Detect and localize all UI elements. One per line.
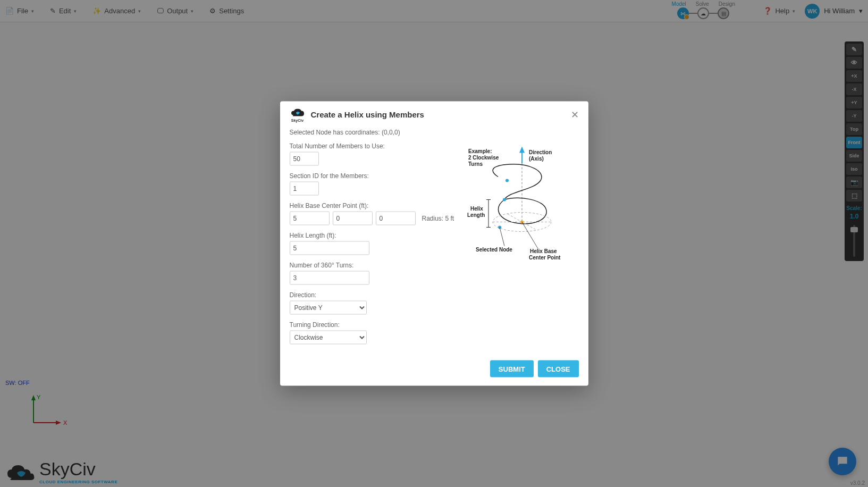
field-turning: Turning Direction: Clockwise (290, 321, 454, 345)
label-section-id: Section ID for the Members: (290, 172, 454, 180)
helix-modal: SkyCiv Create a Helix using Members ✕ Se… (280, 102, 588, 386)
modal-body: Selected Node has coordinates: (0,0,0) T… (290, 129, 579, 351)
radius-readout: Radius: 5 ft (422, 215, 454, 222)
modal-title: Create a Helix using Members (311, 110, 424, 119)
field-turns: Number of 360° Turns: (290, 262, 454, 285)
svg-line-18 (522, 222, 538, 249)
field-helix-length: Helix Length (ft): (290, 232, 454, 255)
svg-text:Center Point: Center Point (529, 255, 561, 261)
modal-close-button[interactable]: ✕ (571, 109, 579, 121)
input-section-id[interactable] (290, 182, 319, 196)
submit-button[interactable]: SUBMIT (490, 360, 534, 377)
label-turns: Number of 360° Turns: (290, 262, 454, 269)
close-button[interactable]: CLOSE (538, 360, 579, 377)
field-section-id: Section ID for the Members: (290, 172, 454, 196)
input-base-y[interactable] (333, 212, 373, 225)
svg-marker-5 (519, 147, 525, 153)
input-base-x[interactable] (290, 212, 330, 225)
input-total-members[interactable] (290, 152, 319, 166)
select-direction[interactable]: Positive Y (290, 301, 367, 315)
svg-point-10 (503, 198, 506, 201)
label-direction: Direction: (290, 291, 454, 299)
modal-footer: SUBMIT CLOSE (290, 360, 579, 377)
svg-text:Example:: Example: (468, 148, 492, 154)
diagram-column: Example: 2 Clockwise Turns Direction (Ax… (465, 129, 579, 351)
helix-diagram: Example: 2 Clockwise Turns Direction (Ax… (466, 142, 578, 265)
modal-header: SkyCiv Create a Helix using Members ✕ (290, 109, 579, 122)
input-helix-length[interactable] (290, 241, 369, 255)
selected-node-text: Selected Node has coordinates: (0,0,0) (290, 129, 454, 136)
svg-text:Length: Length (467, 212, 485, 218)
modal-logo-text: SkyCiv (291, 119, 304, 122)
svg-text:Helix: Helix (470, 206, 483, 212)
svg-text:2 Clockwise: 2 Clockwise (468, 155, 499, 161)
skyciv-mini-cloud-icon (291, 109, 305, 119)
label-base-point: Helix Base Center Point (ft): (290, 202, 454, 209)
input-turns[interactable] (290, 271, 369, 285)
svg-text:Direction: Direction (529, 149, 552, 155)
svg-text:Helix Base: Helix Base (530, 248, 557, 254)
field-total-members: Total Number of Members to Use: (290, 142, 454, 166)
svg-point-11 (505, 179, 509, 182)
input-base-z[interactable] (376, 212, 416, 225)
field-direction: Direction: Positive Y (290, 291, 454, 315)
form-column: Selected Node has coordinates: (0,0,0) T… (290, 129, 454, 351)
svg-text:Turns: Turns (468, 161, 483, 167)
modal-logo: SkyCiv (290, 109, 306, 122)
label-turning: Turning Direction: (290, 321, 454, 329)
select-turning[interactable]: Clockwise (290, 331, 367, 345)
field-base-point: Helix Base Center Point (ft): Radius: 5 … (290, 202, 454, 225)
svg-text:Selected Node: Selected Node (476, 247, 512, 253)
label-helix-length: Helix Length (ft): (290, 232, 454, 239)
label-total-members: Total Number of Members to Use: (290, 142, 454, 150)
svg-line-17 (500, 228, 504, 246)
svg-text:(Axis): (Axis) (529, 156, 544, 162)
